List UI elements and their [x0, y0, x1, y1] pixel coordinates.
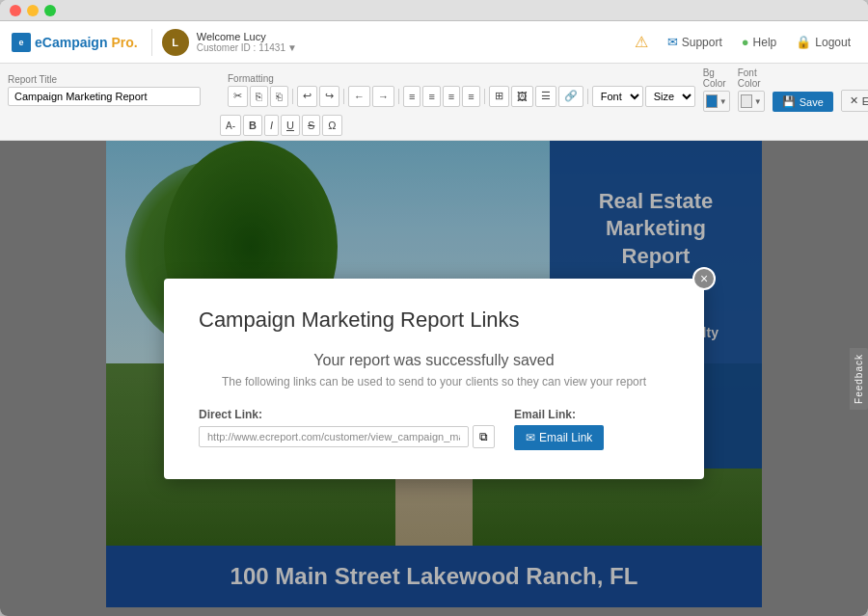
app-window: e eCampaignPro. L Welcome Lucy Customer … [0, 0, 868, 616]
help-button[interactable]: ● Help [736, 31, 783, 53]
report-title-section: Report Title [8, 74, 201, 106]
format-section: Formatting ✂ ⎘ ⎗ ↩ ↪ ← → ≡ ≡ ≡ ≡ [228, 73, 695, 107]
exit-icon: ✕ [850, 94, 858, 107]
toolbar-row1: Report Title Formatting ✂ ⎘ ⎗ ↩ ↪ ← → ≡ [8, 67, 860, 112]
bg-color-swatch [706, 94, 718, 108]
undo-btn[interactable]: ↩ [297, 86, 317, 107]
report-title-input[interactable] [8, 87, 201, 106]
direct-link-section: Direct Link: ⧉ [199, 408, 495, 448]
success-text: Your report was successfully saved [199, 352, 669, 369]
title-bar [0, 0, 868, 21]
avatar: L [162, 29, 189, 56]
separator3 [398, 89, 399, 104]
app-header: e eCampaignPro. L Welcome Lucy Customer … [0, 21, 868, 64]
bg-color-section: Bg Color ▼ [703, 67, 730, 112]
email-link-label: Email Link: [514, 408, 604, 421]
success-sub-text: The following links can be used to send … [199, 375, 669, 388]
logo-text: eCampaign [35, 35, 107, 50]
mail-icon: ✉ [667, 35, 678, 49]
direct-link-input[interactable] [199, 426, 469, 447]
font-color-btn[interactable]: ▼ [738, 91, 765, 112]
minimize-button[interactable] [27, 5, 39, 16]
underline-btn[interactable]: U [281, 115, 300, 136]
separator [292, 89, 293, 104]
modal-title: Campaign Marketing Report Links [199, 308, 669, 333]
outdent-btn[interactable]: → [372, 86, 394, 107]
align-left-btn[interactable]: ≡ [403, 86, 420, 107]
font-select[interactable]: Font [592, 86, 643, 107]
bold-btn[interactable]: B [243, 115, 262, 136]
modal-dialog: × Campaign Marketing Report Links Your r… [164, 279, 704, 479]
maximize-button[interactable] [44, 5, 56, 16]
lock-icon: 🔒 [796, 35, 811, 49]
user-info: L Welcome Lucy Customer ID : 11431 ▼ [151, 29, 297, 56]
align-center-btn[interactable]: ≡ [422, 86, 440, 107]
email-icon: ✉ [526, 431, 535, 444]
font-size-decrease-btn[interactable]: A- [220, 115, 241, 136]
italic-btn[interactable]: I [264, 115, 279, 136]
email-link-button[interactable]: ✉ Email Link [514, 425, 604, 450]
header-right: ⚠ ✉ Support ● Help 🔒 Logout [629, 29, 856, 55]
align-justify-btn[interactable]: ≡ [462, 86, 479, 107]
image-btn[interactable]: 🖼 [511, 86, 533, 107]
redo-btn[interactable]: ↪ [319, 86, 339, 107]
special-char-btn[interactable]: Ω [322, 115, 341, 136]
toolbar-row2: A- B I U S Ω [8, 115, 860, 136]
alert-button[interactable]: ⚠ [629, 29, 654, 55]
font-color-section: Font Color ▼ [738, 67, 765, 112]
close-button[interactable] [10, 5, 21, 16]
support-button[interactable]: ✉ Support [662, 31, 728, 53]
logout-button[interactable]: 🔒 Logout [790, 31, 856, 53]
format-tools: ✂ ⎘ ⎗ ↩ ↪ ← → ≡ ≡ ≡ ≡ ⊞ 🖼 [228, 86, 695, 107]
link-btn[interactable]: 🔗 [558, 86, 583, 107]
bg-color-label: Bg Color [703, 67, 730, 89]
customer-id: Customer ID : 11431 ▼ [197, 42, 297, 53]
separator2 [343, 89, 344, 104]
modal-success-section: Your report was successfully saved The f… [199, 352, 669, 388]
direct-link-label: Direct Link: [199, 408, 495, 421]
email-link-section: Email Link: ✉ Email Link [514, 408, 604, 450]
main-content: Real Estate Marketing Report PRESENTED B… [0, 141, 868, 616]
report-title-label: Report Title [8, 74, 201, 85]
app-logo: e eCampaignPro. [12, 33, 138, 52]
modal-close-button[interactable]: × [692, 267, 716, 290]
feedback-wrapper: Feedback [850, 348, 868, 410]
font-color-arrow: ▼ [754, 97, 762, 106]
indent-btn[interactable]: ← [348, 86, 370, 107]
modal-overlay: × Campaign Marketing Report Links Your r… [0, 141, 868, 616]
align-right-btn[interactable]: ≡ [443, 86, 460, 107]
logo-pro: Pro. [111, 35, 137, 50]
header-left: e eCampaignPro. L Welcome Lucy Customer … [12, 29, 297, 56]
cut-btn[interactable]: ✂ [228, 86, 248, 107]
size-select[interactable]: Size [645, 86, 695, 107]
toolbar: Report Title Formatting ✂ ⎘ ⎗ ↩ ↪ ← → ≡ [0, 64, 868, 141]
save-icon: 💾 [782, 95, 796, 108]
bg-color-arrow: ▼ [719, 97, 727, 106]
user-text-block: Welcome Lucy Customer ID : 11431 ▼ [197, 31, 297, 53]
welcome-text: Welcome Lucy [197, 31, 297, 42]
help-icon: ● [742, 35, 749, 49]
strikethrough-btn[interactable]: S [302, 115, 320, 136]
font-color-label: Font Color [738, 67, 765, 89]
direct-link-row: ⧉ [199, 425, 495, 448]
list-btn[interactable]: ☰ [535, 86, 556, 107]
logo-icon: e [12, 33, 31, 52]
paste-btn[interactable]: ⎗ [270, 86, 288, 107]
save-button[interactable]: 💾 Save [773, 92, 833, 112]
separator5 [587, 89, 588, 104]
copy-btn[interactable]: ⎘ [250, 86, 268, 107]
feedback-tab[interactable]: Feedback [850, 348, 868, 410]
copy-link-button[interactable]: ⧉ [473, 425, 495, 448]
modal-links-section: Direct Link: ⧉ Email Link: ✉ Email Link [199, 408, 669, 450]
separator4 [484, 89, 485, 104]
font-color-swatch [741, 94, 752, 108]
table-btn[interactable]: ⊞ [489, 86, 509, 107]
format-label: Formatting [228, 73, 695, 84]
warning-icon: ⚠ [635, 33, 648, 51]
bg-color-btn[interactable]: ▼ [703, 91, 730, 112]
exit-button[interactable]: ✕ Exit [841, 90, 868, 112]
